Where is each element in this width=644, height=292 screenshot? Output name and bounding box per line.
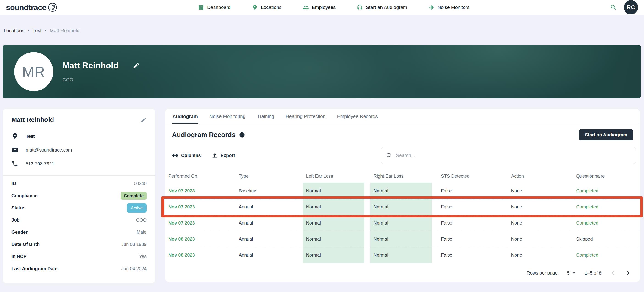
detail-value: COO xyxy=(136,217,146,223)
page-title: Matt Reinhold xyxy=(62,61,118,71)
tab-audiogram[interactable]: Audiogram xyxy=(172,109,198,124)
record-date-link[interactable]: Nov 08 2023 xyxy=(165,231,236,247)
table-cell: Baseline xyxy=(236,183,303,199)
records-card: AudiogramNoise MonitoringTrainingHearing… xyxy=(165,109,640,282)
table-cell: Completed xyxy=(573,247,640,263)
table-header: Performed OnTypeLeft Ear LossRight Ear L… xyxy=(165,169,640,183)
avatar: MR xyxy=(14,52,53,91)
detail-value: Male xyxy=(137,229,146,235)
record-date-link[interactable]: Nov 07 2023 xyxy=(165,183,236,199)
contact-list: Testmatt@soundtrace.com513-708-7321 xyxy=(12,133,146,167)
breadcrumb: Locations•Test•Matt Reinhold xyxy=(4,28,644,34)
breadcrumb-separator: • xyxy=(28,28,29,34)
table-cell: Normal xyxy=(370,199,438,215)
detail-row-job: JobCOO xyxy=(12,214,146,226)
table-cell: Annual xyxy=(236,231,303,247)
record-date-link[interactable]: Nov 08 2023 xyxy=(165,247,236,263)
table-cell: Normal xyxy=(303,231,370,247)
column-header-sts-detected[interactable]: STS Detected xyxy=(438,174,508,179)
edit-icon[interactable] xyxy=(133,62,140,69)
employees-icon xyxy=(303,4,309,11)
search-box xyxy=(381,147,636,164)
table-cell: Normal xyxy=(303,215,370,231)
detail-row-last-audiogram-date: Last Audiogram DateJan 04 2024 xyxy=(12,263,146,275)
previous-page-button[interactable] xyxy=(610,269,616,276)
banner-info: Matt Reinhold COO xyxy=(62,61,140,82)
table-cell: Normal xyxy=(303,199,370,215)
eye-icon xyxy=(172,152,178,159)
column-header-right-ear-loss[interactable]: Right Ear Loss xyxy=(370,174,438,179)
detail-row-compliance: ComplianceComplete xyxy=(12,190,146,202)
tab-bar: AudiogramNoise MonitoringTrainingHearing… xyxy=(165,109,640,124)
equalizer-icon xyxy=(428,4,434,11)
nav-item-locations[interactable]: Locations xyxy=(252,4,282,11)
info-icon[interactable] xyxy=(239,132,245,138)
search-icon[interactable] xyxy=(610,4,617,11)
export-button[interactable]: Export xyxy=(212,152,235,159)
detail-label: Job xyxy=(12,217,20,223)
logo-text: soundtrace xyxy=(6,3,46,12)
table-cell: False xyxy=(438,215,508,231)
nav-item-label: Noise Monitors xyxy=(437,5,470,10)
detail-label: In HCP xyxy=(12,254,26,259)
record-date-link[interactable]: Nov 07 2023 xyxy=(165,199,236,215)
detail-row-id: ID00340 xyxy=(12,177,146,190)
table-cell: Annual xyxy=(236,247,303,263)
contact-row: Test xyxy=(12,133,146,140)
detail-row-status: StatusActive xyxy=(12,202,146,214)
start-audiogram-button[interactable]: Start an Audiogram xyxy=(579,129,633,140)
profile-banner: MR Matt Reinhold COO xyxy=(3,45,641,98)
tab-training[interactable]: Training xyxy=(256,109,274,124)
table-cell: None xyxy=(508,215,573,231)
column-header-left-ear-loss[interactable]: Left Ear Loss xyxy=(303,174,370,179)
table-cell: Normal xyxy=(303,183,370,199)
chevron-down-icon xyxy=(571,270,576,276)
table-row: Nov 07 2023AnnualNormalNormalFalseNoneCo… xyxy=(165,215,640,231)
table-row: Nov 08 2023AnnualNormalNormalFalseNoneSk… xyxy=(165,231,640,247)
detail-label: Gender xyxy=(12,229,28,235)
profile-card: Matt Reinhold Testmatt@soundtrace.com513… xyxy=(3,109,155,283)
dashboard-icon xyxy=(198,4,204,11)
breadcrumb-separator: • xyxy=(45,28,46,34)
search-input[interactable] xyxy=(396,152,631,158)
table-cell: Completed xyxy=(573,199,640,215)
section-title: Audiogram Records xyxy=(172,131,236,139)
rows-per-page-select[interactable]: 5 xyxy=(567,270,576,276)
column-header-questionnaire[interactable]: Questionnaire xyxy=(573,174,640,179)
breadcrumb-item-locations[interactable]: Locations xyxy=(4,28,24,34)
contact-value: Test xyxy=(26,134,35,139)
soundtrace-logo[interactable]: soundtrace xyxy=(6,3,57,12)
detail-label: Last Audiogram Date xyxy=(12,266,57,271)
table-cell: Normal xyxy=(370,231,438,247)
user-avatar[interactable]: RC xyxy=(624,0,638,15)
table-cell: False xyxy=(438,199,508,215)
location-pin-icon xyxy=(12,133,18,140)
column-header-type[interactable]: Type xyxy=(236,174,303,179)
next-page-button[interactable] xyxy=(625,269,632,276)
table-cell: Normal xyxy=(303,247,370,263)
column-header-performed-on[interactable]: Performed On xyxy=(165,174,236,179)
detail-label: Status xyxy=(12,205,26,210)
status-badge: Active xyxy=(127,203,146,213)
export-label: Export xyxy=(221,153,235,158)
columns-button[interactable]: Columns xyxy=(172,152,201,159)
nav-item-label: Locations xyxy=(261,5,282,10)
pagination: Rows per page: 5 1–5 of 8 xyxy=(165,263,640,278)
nav-item-dashboard[interactable]: Dashboard xyxy=(198,4,231,11)
nav-item-start-an-audiogram[interactable]: Start an Audiogram xyxy=(357,4,407,11)
table-row: Nov 07 2023BaselineNormalNormalFalseNone… xyxy=(165,183,640,199)
tab-hearing-protection[interactable]: Hearing Protection xyxy=(285,109,326,124)
table-cell: Normal xyxy=(370,215,438,231)
edit-icon[interactable] xyxy=(140,117,146,123)
nav-item-noise-monitors[interactable]: Noise Monitors xyxy=(428,4,470,11)
tab-noise-monitoring[interactable]: Noise Monitoring xyxy=(209,109,246,124)
detail-value: Jun 03 1989 xyxy=(121,242,146,247)
nav-item-label: Dashboard xyxy=(207,5,231,10)
nav-item-employees[interactable]: Employees xyxy=(303,4,336,11)
column-header-action[interactable]: Action xyxy=(508,174,573,179)
breadcrumb-item-test[interactable]: Test xyxy=(32,28,42,34)
record-date-link[interactable]: Nov 07 2023 xyxy=(165,215,236,231)
table-cell: False xyxy=(438,247,508,263)
tab-employee-records[interactable]: Employee Records xyxy=(336,109,378,124)
main-content: Matt Reinhold Testmatt@soundtrace.com513… xyxy=(3,109,640,283)
